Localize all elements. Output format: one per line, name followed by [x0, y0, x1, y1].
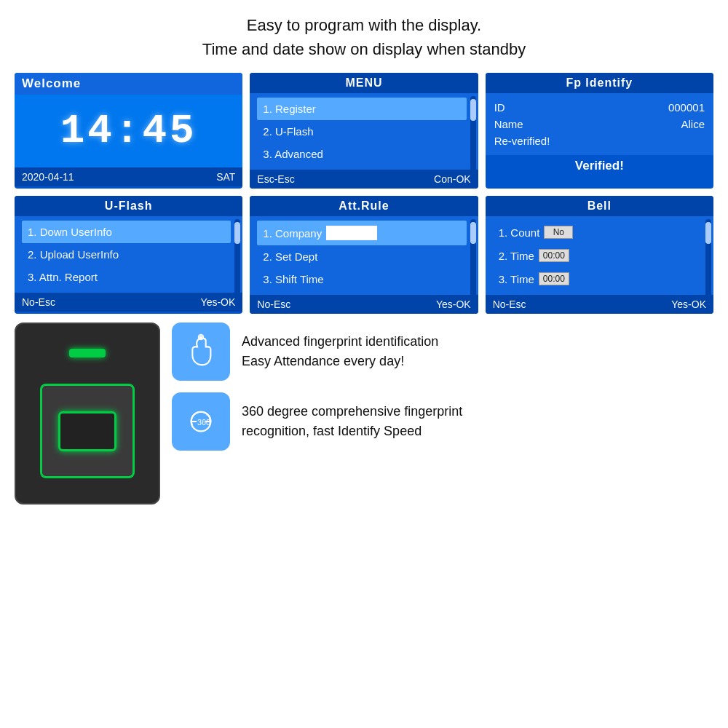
menu-esc: Esc-Esc: [257, 173, 294, 185]
uflash-item-3[interactable]: 3. Attn. Report: [22, 266, 231, 288]
company-input[interactable]: [326, 226, 377, 240]
fp-reverified: Re-verified!: [494, 135, 550, 147]
bell-count-value[interactable]: No: [544, 226, 573, 239]
menu-item-1[interactable]: 1. Register: [257, 98, 466, 120]
feature-1: Advanced fingerprint identification Easy…: [172, 323, 713, 381]
fp-name-value: Alice: [681, 118, 705, 130]
clock-display: 14:45: [60, 108, 197, 154]
attrule-ok: Yes-OK: [436, 298, 471, 310]
fp-footer: Verified!: [486, 155, 713, 177]
menu-body: 1. Register 2. U-Flash 3. Advanced: [250, 93, 478, 170]
welcome-header: Welcome: [15, 73, 242, 95]
device-image: [15, 323, 160, 505]
attrule-item-3[interactable]: 3. Shift Time: [257, 268, 466, 290]
bottom-section: Advanced fingerprint identification Easy…: [15, 323, 713, 505]
bell-footer: No-Esc Yes-OK: [486, 295, 713, 314]
fp-id-label: ID: [494, 101, 505, 114]
fp-identify-screen: Fp Identify ID 000001 Name Alice Re-veri…: [486, 73, 713, 189]
menu-header: MENU: [250, 73, 478, 93]
attrule-scrollbar[interactable]: [470, 219, 476, 298]
menu-screen: MENU 1. Register 2. U-Flash 3. Advanced …: [250, 73, 478, 189]
uflash-esc: No-Esc: [22, 296, 55, 308]
svg-text:°: °: [206, 413, 208, 419]
attrule-item-1[interactable]: 1. Company: [257, 221, 466, 245]
attrule-scrollbar-thumb: [470, 222, 476, 244]
header-line2: Time and date show on display when stand…: [15, 37, 713, 61]
page-wrapper: Easy to program with the display. Time a…: [0, 0, 728, 512]
welcome-date: 2020-04-11: [22, 171, 74, 183]
fp-header: Fp Identify: [486, 73, 713, 93]
scrollbar[interactable]: [470, 96, 476, 173]
menu-footer: Esc-Esc Con-OK: [250, 170, 478, 189]
attrule-body: 1. Company 2. Set Dept 3. Shift Time: [250, 216, 478, 295]
fp-body: ID 000001 Name Alice Re-verified!: [486, 93, 713, 155]
feature-2-line1: 360 degree comprehensive fingerprint: [242, 402, 462, 422]
attrule-esc: No-Esc: [257, 298, 290, 310]
screens-grid: Welcome 14:45 2020-04-11 SAT MENU 1. Reg…: [15, 73, 713, 314]
bell-ok: Yes-OK: [671, 298, 706, 310]
top-indicator: [69, 349, 106, 357]
menu-ok: Con-OK: [434, 173, 471, 185]
fp-id-value: 000001: [668, 101, 705, 114]
scrollbar-thumb: [470, 99, 476, 121]
bell-scrollbar[interactable]: [705, 219, 711, 298]
bell-header: Bell: [486, 196, 713, 216]
bell-time1-value[interactable]: 00:00: [539, 249, 569, 262]
fp-id-row: ID 000001: [494, 99, 705, 116]
rotate-icon: 360 °: [172, 392, 230, 451]
feature-2: 360 ° 360 degree comprehensive fingerpri…: [172, 392, 713, 451]
uflash-body: 1. Down UserInfo 2. Upload UserInfo 3. A…: [15, 216, 242, 293]
welcome-day: SAT: [216, 171, 235, 183]
uflash-ok: Yes-OK: [201, 296, 236, 308]
fp-name-label: Name: [494, 118, 523, 130]
bell-time2-value[interactable]: 00:00: [539, 272, 569, 285]
bell-screen: Bell 1. Count No 2. Time 00:00 3. Time 0…: [486, 196, 713, 314]
feature-2-text: 360 degree comprehensive fingerprint rec…: [242, 402, 462, 441]
fp-sensor-area: [40, 384, 135, 478]
features-col: Advanced fingerprint identification Easy…: [172, 323, 713, 451]
uflash-footer: No-Esc Yes-OK: [15, 293, 242, 312]
fp-name-row: Name Alice: [494, 116, 705, 132]
attrule-header: Att.Rule: [250, 196, 478, 216]
uflash-item-1[interactable]: 1. Down UserInfo: [22, 221, 231, 243]
touch-icon: [172, 323, 230, 381]
menu-item-2[interactable]: 2. U-Flash: [257, 120, 466, 143]
bell-body: 1. Count No 2. Time 00:00 3. Time 00:00: [486, 216, 713, 295]
feature-1-text: Advanced fingerprint identification Easy…: [242, 332, 438, 371]
menu-item-3[interactable]: 3. Advanced: [257, 143, 466, 165]
attrule-screen: Att.Rule 1. Company 2. Set Dept 3. Shift…: [250, 196, 478, 314]
bell-item-1[interactable]: 1. Count No: [493, 221, 702, 244]
welcome-footer: 2020-04-11 SAT: [15, 167, 242, 186]
feature-2-line2: recognition, fast Identify Speed: [242, 422, 462, 441]
bell-scrollbar-thumb: [705, 222, 711, 244]
uflash-scrollbar[interactable]: [234, 219, 240, 296]
uflash-header: U-Flash: [15, 196, 242, 216]
welcome-screen: Welcome 14:45 2020-04-11 SAT: [15, 73, 242, 189]
bell-esc: No-Esc: [493, 298, 526, 310]
clock-body: 14:45: [15, 95, 242, 167]
attrule-item-2[interactable]: 2. Set Dept: [257, 245, 466, 268]
uflash-scrollbar-thumb: [234, 222, 240, 244]
header-line1: Easy to program with the display.: [15, 13, 713, 37]
bell-item-2[interactable]: 2. Time 00:00: [493, 244, 702, 267]
bell-item-3[interactable]: 3. Time 00:00: [493, 267, 702, 290]
uflash-item-2[interactable]: 2. Upload UserInfo: [22, 243, 231, 266]
attrule-footer: No-Esc Yes-OK: [250, 295, 478, 314]
svg-text:360: 360: [197, 418, 210, 427]
fp-reverified-row: Re-verified!: [494, 132, 705, 149]
uflash-screen: U-Flash 1. Down UserInfo 2. Upload UserI…: [15, 196, 242, 314]
feature-1-line1: Advanced fingerprint identification: [242, 332, 438, 352]
header-text: Easy to program with the display. Time a…: [15, 13, 713, 61]
fp-status: Verified!: [575, 159, 624, 173]
fp-sensor-inner: [58, 411, 116, 451]
feature-1-line2: Easy Attendance every day!: [242, 352, 438, 371]
